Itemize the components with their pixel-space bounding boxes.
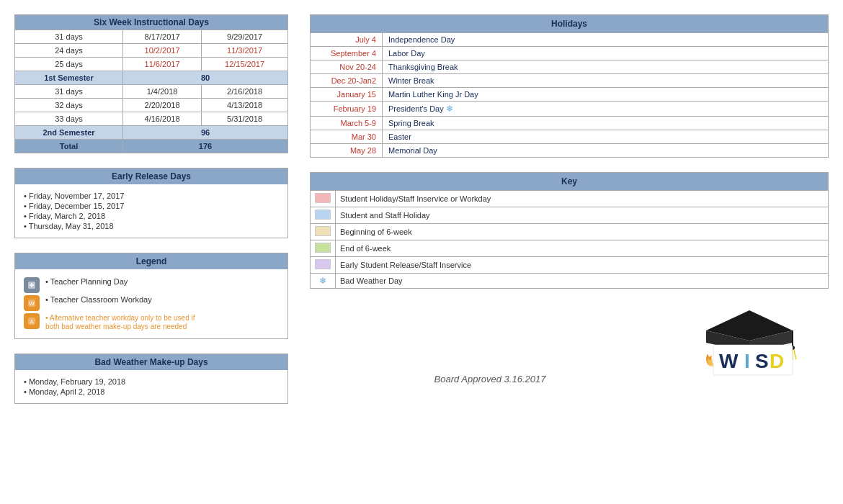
semester-value: 80 [123,71,288,85]
key-row: ❄ Bad Weather Day [311,274,829,289]
holiday-name: Easter [383,130,829,144]
key-swatch-cell: ❄ [311,274,336,289]
key-swatch-cell [311,224,336,240]
key-row: Student and Staff Holiday [311,207,829,224]
holiday-date: Nov 20-24 [311,60,383,74]
total-value: 176 [123,140,288,153]
early-release-box: Early Release Days • Friday, November 17… [14,168,288,238]
total-row: Total 176 [15,140,288,153]
key-label: Early Student Release/Staff Inservice [336,257,829,274]
start-cell: 8/17/2017 [123,30,202,44]
logo-area: W I S D [670,303,829,392]
end-cell: 2/16/2018 [202,85,288,99]
table-row: March 5-9 Spring Break [311,117,829,130]
svg-text:A: A [30,319,34,324]
holiday-name: Spring Break [383,117,829,130]
semester-value: 96 [123,126,288,140]
list-item: • Thursday, May 31, 2018 [24,222,279,230]
key-label: Student and Staff Holiday [336,207,829,224]
alt-label: • Alternative teacher workday only to be… [45,313,195,330]
holiday-date: Dec 20-Jan2 [311,74,383,88]
key-row: Early Student Release/Staff Inservice [311,257,829,274]
planning-icon [24,277,40,293]
holiday-name: Memorial Day [383,144,829,158]
holiday-name: Thanksgiving Break [383,60,829,74]
table-row: September 4 Labor Day [311,47,829,60]
start-cell: 10/2/2017 [123,44,202,58]
snowflake-icon: ❄ [446,104,453,114]
table-row: Dec 20-Jan2 Winter Break [311,74,829,88]
holiday-date: September 4 [311,47,383,60]
table-row: Nov 20-24 Thanksgiving Break [311,60,829,74]
days-cell: 25 days [15,58,123,71]
table-row: 25 days 11/6/2017 12/15/2017 [15,58,288,71]
holiday-name: Martin Luther King Jr Day [383,88,829,102]
wisd-logo: W I S D [677,303,821,390]
holidays-title: Holidays [311,15,829,33]
workday-label: • Teacher Classroom Workday [45,295,152,304]
holiday-date: January 15 [311,88,383,102]
table-row: May 28 Memorial Day [311,144,829,158]
days-cell: 24 days [15,44,123,58]
semester-label: 1st Semester [15,71,123,85]
end-cell: 5/31/2018 [202,112,288,126]
holiday-date: July 4 [311,33,383,47]
semester-label: 2nd Semester [15,126,123,140]
holiday-date: Mar 30 [311,130,383,144]
bad-weather-content: • Monday, February 19, 2018 • Monday, Ap… [15,370,287,403]
legend-item-planning: • Teacher Planning Day [24,277,279,293]
holiday-date: March 5-9 [311,117,383,130]
key-swatch-cell [311,207,336,224]
key-label: Student Holiday/Staff Inservice or Workd… [336,191,829,207]
svg-text:S: S [755,350,769,372]
key-table: Key Student Holiday/Staff Inservice or W… [310,172,829,289]
end-cell: 9/29/2017 [202,30,288,44]
snowflake-key-icon: ❄ [319,276,326,286]
holidays-table: Holidays July 4 Independence Day Septemb… [310,14,829,158]
holiday-name: Winter Break [383,74,829,88]
second-semester-row: 2nd Semester 96 [15,126,288,140]
svg-text:D: D [770,350,784,372]
main-layout: Six Week Instructional Days 31 days 8/17… [14,14,829,418]
early-release-title: Early Release Days [15,168,287,184]
table-row: 32 days 2/20/2018 4/13/2018 [15,99,288,112]
table-row: January 15 Martin Luther King Jr Day [311,88,829,102]
key-label: Beginning of 6-week [336,224,829,240]
svg-text:W: W [29,300,35,307]
table-row: Mar 30 Easter [311,130,829,144]
days-cell: 33 days [15,112,123,126]
legend-box: Legend • Teacher Planning Day W • Teache… [14,253,288,339]
bad-weather-title: Bad Weather Make-up Days [15,354,287,370]
table-row: July 4 Independence Day [311,33,829,47]
key-row: Beginning of 6-week [311,224,829,240]
planning-label: • Teacher Planning Day [45,277,128,286]
total-label: Total [15,140,123,153]
start-cell: 1/4/2018 [123,85,202,99]
key-swatch-cell [311,191,336,207]
pink-swatch [315,193,331,203]
holiday-name: Labor Day [383,47,829,60]
key-label: End of 6-week [336,240,829,257]
key-label: Bad Weather Day [336,274,829,289]
list-item: • Monday, February 19, 2018 [24,377,279,386]
key-row: End of 6-week [311,240,829,257]
start-cell: 2/20/2018 [123,99,202,112]
table-row: 24 days 10/2/2017 11/3/2017 [15,44,288,58]
key-swatch-cell [311,240,336,257]
left-column: Six Week Instructional Days 31 days 8/17… [14,14,288,418]
holiday-date: February 19 [311,102,383,117]
lavender-swatch [315,259,331,269]
early-release-content: • Friday, November 17, 2017 • Friday, De… [15,184,287,238]
svg-text:W: W [719,350,739,372]
first-semester-row: 1st Semester 80 [15,71,288,85]
end-cell: 4/13/2018 [202,99,288,112]
right-column: Holidays July 4 Independence Day Septemb… [310,14,829,392]
legend-item-workday: W • Teacher Classroom Workday [24,295,279,311]
legend-title: Legend [15,253,287,269]
days-cell: 32 days [15,99,123,112]
days-cell: 31 days [15,85,123,99]
list-item: • Friday, March 2, 2018 [24,212,279,220]
end-cell: 12/15/2017 [202,58,288,71]
holiday-name: President's Day ❄ [383,102,829,117]
workday-icon: W [24,295,40,311]
